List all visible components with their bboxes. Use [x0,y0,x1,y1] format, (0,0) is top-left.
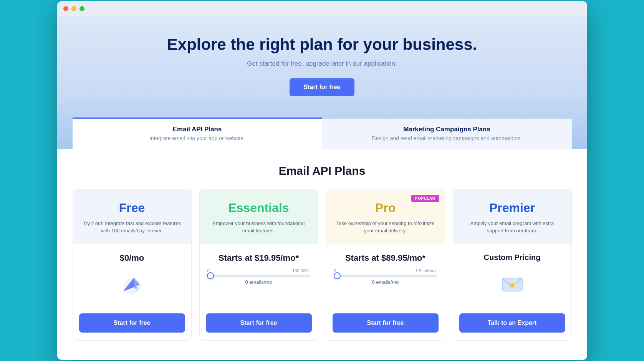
plan-name-pro: Pro [336,201,435,215]
plan-desc-premier: Amplify your email program with extra su… [462,220,562,235]
tab-email-api-desc: Integrate email into your app or website… [80,135,315,141]
maximize-dot[interactable] [79,6,84,11]
plan-header-premier: Premier Amplify your email program with … [453,189,571,244]
app-window: Explore the right plan for your business… [57,1,587,359]
pro-slider-value: 0 emails/mo [334,279,437,285]
pro-slider-labels: 0 1.5 million+ [334,268,437,273]
essentials-slider-track [207,275,310,277]
plan-header-essentials: Essentials Empower your business with fo… [200,189,318,244]
premier-cta-button[interactable]: Talk to an Expert [459,313,565,333]
main-content: Email API Plans Free Try it out! Integra… [57,149,587,360]
minimize-dot[interactable] [71,6,76,11]
close-dot[interactable] [63,6,68,11]
svg-point-9 [521,277,522,278]
svg-point-8 [519,278,520,280]
tab-marketing-desc: Design and send email marketing campaign… [330,135,564,141]
tab-marketing[interactable]: Marketing Campaigns Plans Design and sen… [322,118,572,149]
plan-desc-free: Try it out! Integrate fast and explore f… [82,220,182,235]
plan-body-essentials: Starts at $19.95/mo* 0 100,000+ 0 emails… [200,244,318,313]
plan-card-premier: Premier Amplify your email program with … [453,189,572,341]
plan-body-premier: Custom Pricing ★ [453,244,571,313]
essentials-slider-container: 0 100,000+ 0 emails/mo [207,268,310,285]
paper-plane-icon [119,271,146,301]
envelope-star-icon: ★ [498,270,526,301]
plan-body-pro: Starts at $89.95/mo* 0 1.5 million+ 0 em… [326,244,445,313]
plans-grid: Free Try it out! Integrate fast and expl… [73,189,572,341]
hero-title: Explore the right plan for your business… [73,35,572,54]
plan-card-essentials: Essentials Empower your business with fo… [199,189,318,341]
plan-name-premier: Premier [462,201,562,215]
plan-desc-essentials: Empower your business with foundational … [209,220,309,235]
plan-tabs: Email API Plans Integrate email into you… [73,118,572,149]
essentials-slider-value: 0 emails/mo [207,279,310,285]
plan-price-free: $0/mo [120,253,144,263]
svg-text:★: ★ [508,280,516,290]
tab-email-api[interactable]: Email API Plans Integrate email into you… [73,118,322,149]
popular-badge: POPULAR [411,195,439,202]
pro-slider-thumb[interactable] [334,272,341,279]
plan-header-free: Free Try it out! Integrate fast and expl… [73,189,191,244]
pro-slider-track [334,275,437,277]
plan-name-essentials: Essentials [209,201,309,215]
essentials-slider-labels: 0 100,000+ [207,268,310,273]
tab-marketing-title: Marketing Campaigns Plans [330,126,564,133]
essentials-cta-button[interactable]: Start for free [206,313,312,333]
pro-cta-button[interactable]: Start for free [333,313,439,333]
plan-name-free: Free [82,201,182,215]
titlebar [57,1,587,16]
section-title: Email API Plans [73,164,572,177]
hero-cta-button[interactable]: Start for free [290,78,354,96]
tab-email-api-title: Email API Plans [80,126,315,133]
plan-card-free: Free Try it out! Integrate fast and expl… [73,189,192,341]
plan-price-essentials: Starts at $19.95/mo* [219,253,299,263]
hero-subtitle: Get started for free, upgrade later in o… [73,60,572,68]
plan-price-premier: Custom Pricing [484,253,541,262]
essentials-slider-thumb[interactable] [207,272,214,279]
hero-section: Explore the right plan for your business… [57,16,587,149]
pro-slider-container: 0 1.5 million+ 0 emails/mo [334,268,437,285]
plan-desc-pro: Take ownership of your sending to maximi… [336,220,435,235]
essentials-slider-max: 100,000+ [292,268,310,273]
free-cta-button[interactable]: Start for free [79,313,185,333]
plan-price-pro: Starts at $89.95/mo* [345,253,425,263]
pro-slider-max: 1.5 million+ [416,268,437,273]
plan-body-free: $0/mo [73,244,191,313]
plan-card-pro: POPULAR Pro Take ownership of your sendi… [326,189,445,341]
svg-point-10 [523,280,524,281]
